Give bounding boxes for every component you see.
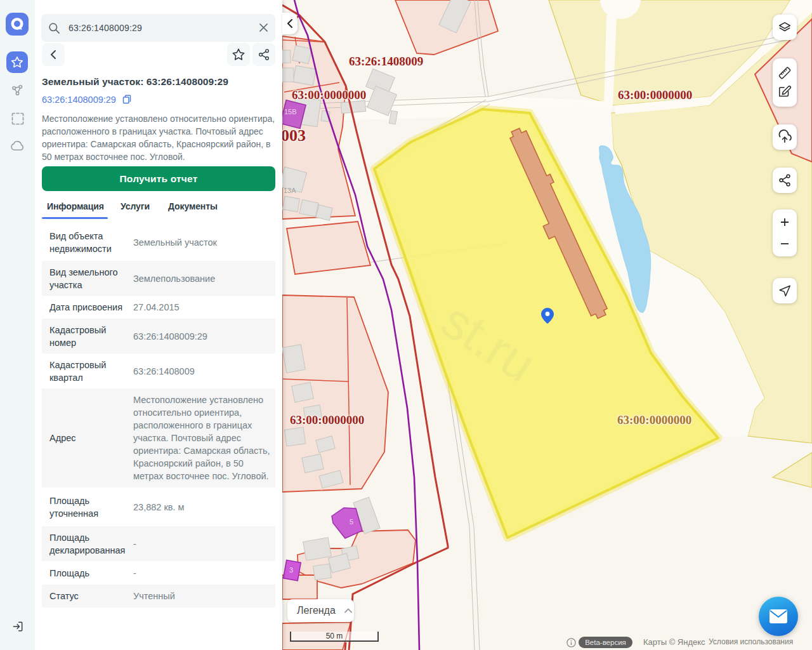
svg-text:63:26:1408009: 63:26:1408009 — [349, 55, 423, 68]
svg-text:63:00:0000000: 63:00:0000000 — [617, 413, 691, 427]
svg-text:5: 5 — [350, 518, 353, 526]
svg-text:63:00:0000000: 63:00:0000000 — [290, 413, 364, 427]
svg-text:15В: 15В — [284, 108, 297, 116]
svg-text:003: 003 — [282, 126, 306, 145]
svg-text:3: 3 — [289, 566, 293, 574]
svg-text:63:00:0000000: 63:00:0000000 — [618, 88, 692, 102]
svg-text:63:00:0000000: 63:00:0000000 — [292, 88, 366, 102]
svg-text:13А: 13А — [284, 187, 296, 194]
